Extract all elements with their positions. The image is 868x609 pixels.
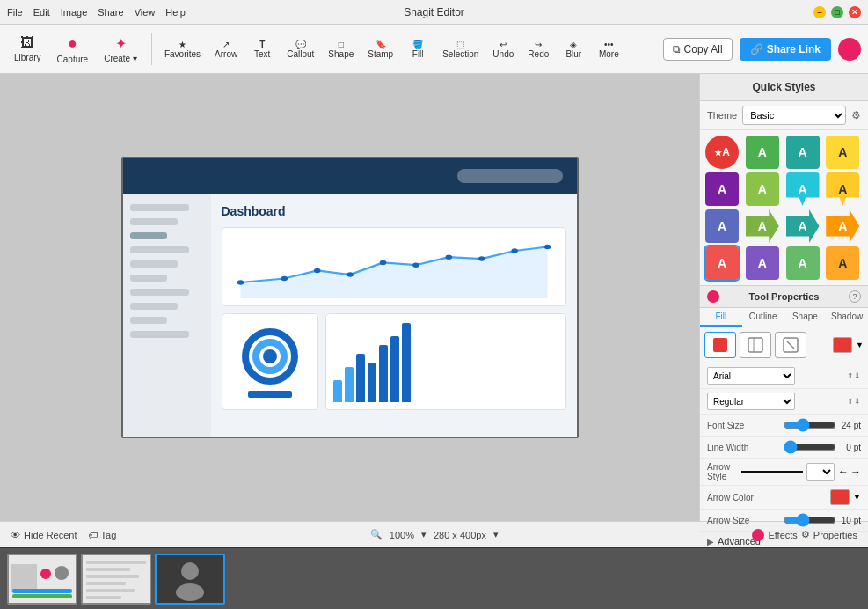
tab-fill[interactable]: Fill	[700, 308, 742, 327]
style-item-2[interactable]: A	[746, 136, 779, 169]
selection-tool[interactable]: ⬚ Selection	[437, 29, 484, 70]
dimensions-display[interactable]: 280 x 400px	[434, 530, 486, 540]
style-item-4[interactable]: A	[826, 136, 859, 169]
style-item-7[interactable]: A	[786, 172, 820, 206]
redo-tool[interactable]: ↪ Redo	[522, 29, 554, 70]
dashboard-title: Dashboard	[222, 204, 566, 218]
svg-rect-22	[12, 594, 72, 598]
svg-rect-29	[86, 596, 121, 599]
style-item-11[interactable]: A	[786, 209, 820, 243]
effects-dot-icon	[752, 529, 764, 541]
arrow-right-icon[interactable]: →	[850, 466, 861, 478]
fill-color-arrow[interactable]: ▼	[856, 341, 864, 349]
fill-solid[interactable]	[704, 332, 736, 358]
menu-help[interactable]: Help	[165, 7, 186, 18]
fill-none[interactable]	[775, 332, 806, 358]
arrow-size-slider[interactable]	[784, 513, 836, 527]
copy-all-button[interactable]: ⧉ Copy All	[663, 38, 733, 61]
dash-searchbar	[457, 169, 563, 183]
favorites-label: Favorites	[164, 49, 201, 59]
more-tool[interactable]: ••• More	[593, 29, 624, 70]
undo-label: Undo	[492, 49, 514, 59]
arrow-color-swatch[interactable]	[830, 489, 850, 505]
sidebar-item	[130, 204, 189, 211]
avatar[interactable]	[838, 38, 861, 61]
advanced-collapse-icon: ▶	[707, 537, 714, 547]
arrow-left-icon[interactable]: ←	[838, 466, 849, 478]
style-item-3[interactable]: A	[786, 136, 820, 169]
properties-button[interactable]: ⚙ Properties	[801, 529, 857, 540]
share-link-button[interactable]: 🔗 Share Link	[740, 38, 831, 61]
menu-view[interactable]: View	[135, 7, 156, 18]
fill-color-swatch[interactable]	[833, 337, 852, 353]
style-item-10[interactable]: A	[746, 209, 779, 243]
style-item-8[interactable]: A	[826, 172, 859, 206]
hide-recent-button[interactable]: 👁 Hide Recent	[11, 530, 77, 540]
arrow-style-select[interactable]: —	[806, 463, 835, 481]
font-size-slider[interactable]	[784, 418, 836, 432]
bar-item	[333, 380, 342, 402]
arrow-color-arrow-icon[interactable]: ▼	[853, 493, 861, 502]
line-width-slider[interactable]	[784, 440, 836, 454]
tab-shape[interactable]: Shape	[784, 308, 827, 327]
callout-tool[interactable]: 💬 Callout	[281, 29, 319, 70]
font-select[interactable]: Arial	[707, 367, 795, 385]
style-item-6[interactable]: A	[746, 172, 779, 206]
style-item-5[interactable]: A	[705, 172, 739, 206]
fill-gradient[interactable]	[740, 332, 771, 358]
maximize-button[interactable]: □	[831, 6, 843, 18]
arrow-size-label: Arrow Size	[707, 516, 749, 525]
svg-point-7	[445, 255, 451, 260]
gear-icon[interactable]: ⚙	[851, 109, 861, 121]
theme-select[interactable]: Basic	[742, 106, 846, 125]
capture-button[interactable]: ● Capture	[50, 29, 96, 70]
style-item-9[interactable]: A	[705, 209, 739, 243]
zoom-level[interactable]: 100%	[390, 530, 414, 540]
arrow-tool[interactable]: ↗ Arrow	[209, 29, 243, 70]
blur-tool[interactable]: ◈ Blur	[558, 29, 589, 70]
svg-point-13	[263, 349, 277, 363]
dimensions-chevron-icon[interactable]: ▾	[493, 529, 499, 540]
create-button[interactable]: ✦ Create ▾	[97, 29, 144, 70]
text-tool[interactable]: T Text	[246, 29, 278, 70]
library-button[interactable]: 🖼 Library	[7, 29, 48, 70]
style-item-12[interactable]: A	[826, 209, 859, 243]
tab-shadow[interactable]: Shadow	[826, 308, 868, 327]
zoom-chevron-icon[interactable]: ▾	[421, 529, 427, 540]
arrow-size-number: 10 pt	[840, 516, 861, 525]
style-item-16[interactable]: A	[826, 246, 859, 280]
style-item-14[interactable]: A	[746, 246, 779, 280]
tab-outline[interactable]: Outline	[742, 308, 784, 327]
close-button[interactable]: ✕	[849, 6, 861, 18]
donut-chart	[222, 313, 318, 410]
sidebar-item	[130, 218, 179, 225]
style-item-15[interactable]: A	[786, 246, 820, 280]
library-icon: 🖼	[20, 35, 34, 51]
favorites-tool[interactable]: ★ Favorites	[159, 29, 206, 70]
menu-file[interactable]: File	[7, 7, 23, 18]
film-thumb-1[interactable]	[7, 554, 77, 605]
fill-tool[interactable]: 🪣 Fill	[402, 29, 434, 70]
style-item-1[interactable]: ★ A	[705, 136, 739, 169]
shape-icon: □	[339, 40, 344, 49]
selection-label: Selection	[442, 49, 478, 59]
menu-share[interactable]: Share	[98, 7, 123, 18]
menu-image[interactable]: Image	[61, 7, 88, 18]
menu-edit[interactable]: Edit	[33, 7, 50, 18]
shape-tool[interactable]: □ Shape	[323, 29, 359, 70]
style-select[interactable]: Regular	[707, 393, 795, 410]
effects-button[interactable]: Effects	[752, 529, 797, 541]
style-item-13[interactable]: A	[705, 246, 739, 280]
film-thumb-3[interactable]	[155, 554, 225, 605]
bar-item	[345, 367, 354, 402]
menu-bar: File Edit Image Share View Help	[7, 7, 186, 18]
effects-label: Effects	[768, 530, 797, 540]
undo-tool[interactable]: ↩ Undo	[487, 29, 519, 70]
film-thumb-2[interactable]	[81, 554, 151, 605]
tag-button[interactable]: 🏷 Tag	[88, 530, 117, 540]
minimize-button[interactable]: –	[813, 6, 826, 18]
stamp-tool[interactable]: 🔖 Stamp	[362, 29, 398, 70]
arrow-color-value: ▼	[830, 489, 861, 505]
help-button[interactable]: ?	[849, 290, 861, 303]
canvas-area[interactable]: Dashboard	[0, 74, 699, 521]
